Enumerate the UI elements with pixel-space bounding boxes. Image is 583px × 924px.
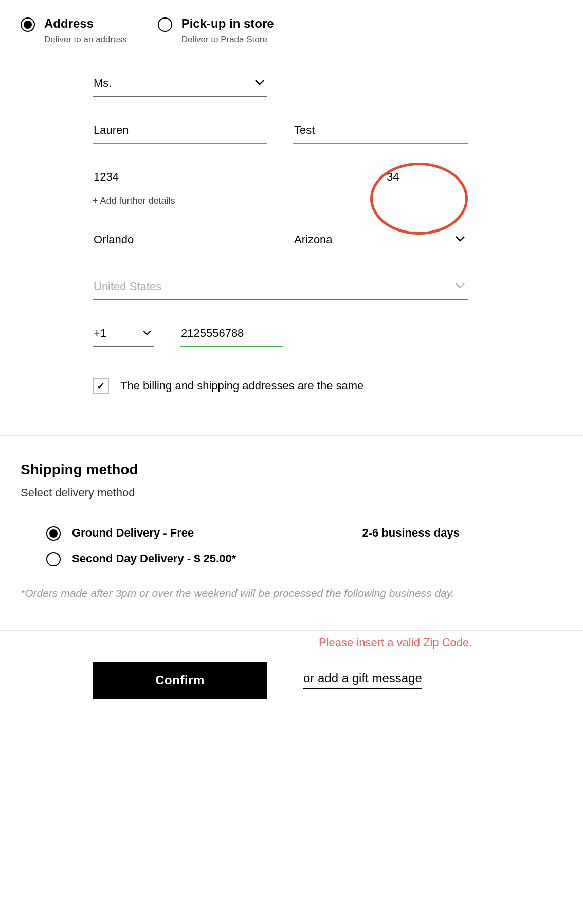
ship-option-secondday[interactable]: Second Day Delivery - $ 25.00* <box>46 551 562 566</box>
phone-prefix-select[interactable] <box>93 321 154 347</box>
radio-icon <box>46 552 61 566</box>
ship-option-label: Second Day Delivery - $ 25.00* <box>72 552 236 565</box>
first-name-field[interactable] <box>93 117 267 144</box>
add-gift-message-link[interactable]: or add a gift message <box>303 671 422 689</box>
radio-icon <box>46 526 61 541</box>
zip-error-message: Please insert a valid Zip Code. <box>319 636 472 649</box>
confirm-button[interactable]: Confirm <box>93 662 267 699</box>
shipping-subtitle: Select delivery method <box>21 486 562 500</box>
delivery-address-sub: Deliver to an address <box>44 34 127 45</box>
delivery-option-address[interactable]: Address Deliver to an address <box>21 16 127 45</box>
unit-field[interactable] <box>386 164 468 190</box>
country-select <box>93 274 468 300</box>
shipping-footnote: *Orders made after 3pm or over the weeke… <box>21 587 562 599</box>
radio-icon <box>21 17 35 32</box>
state-select[interactable] <box>293 227 468 253</box>
delivery-pickup-title: Pick-up in store <box>181 16 274 31</box>
billing-same-label: The billing and shipping addresses are t… <box>120 379 363 393</box>
title-select[interactable] <box>93 70 267 97</box>
last-name-field[interactable] <box>293 117 468 144</box>
add-further-details-link[interactable]: + Add further details <box>93 196 468 206</box>
phone-field[interactable] <box>180 321 283 347</box>
ship-option-ground[interactable]: Ground Delivery - Free 2-6 business days <box>46 525 562 541</box>
shipping-heading: Shipping method <box>21 461 562 478</box>
delivery-option-pickup[interactable]: Pick-up in store Deliver to Prada Store <box>158 16 274 45</box>
delivery-pickup-sub: Deliver to Prada Store <box>181 34 274 45</box>
radio-icon <box>158 17 172 32</box>
ship-option-label: Ground Delivery - Free <box>72 526 194 540</box>
city-field[interactable] <box>93 227 267 253</box>
delivery-address-title: Address <box>44 16 127 31</box>
billing-same-checkbox[interactable]: ✓ <box>93 378 109 394</box>
street-field[interactable] <box>93 164 360 190</box>
ship-option-estimate: 2-6 business days <box>362 526 460 540</box>
